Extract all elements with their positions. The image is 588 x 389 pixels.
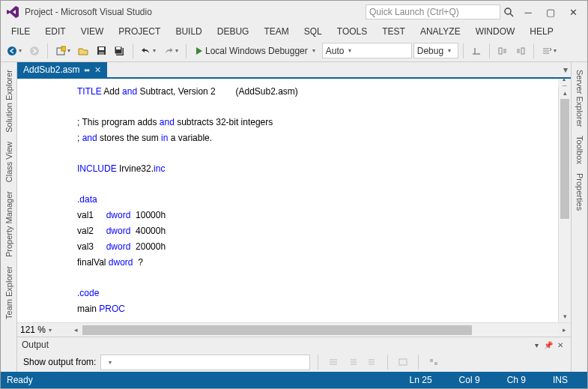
nav-forward-button[interactable] — [26, 43, 43, 59]
svg-line-1 — [510, 13, 513, 16]
output-dropdown-icon[interactable]: ▾ — [530, 341, 542, 349]
tab-class-view[interactable]: Class View — [3, 137, 15, 187]
output-pin-icon[interactable]: 📌 — [542, 341, 554, 349]
zoom-combo[interactable]: 121 % — [17, 325, 70, 335]
scroll-down-icon[interactable]: ▾ — [559, 310, 571, 322]
toolbar-btn-b[interactable] — [494, 43, 511, 59]
tok: inc — [154, 163, 165, 174]
horizontal-scrollbar[interactable] — [82, 324, 558, 337]
svg-rect-14 — [399, 359, 407, 365]
output-icon-3[interactable] — [365, 355, 380, 370]
toolbar-btn-a[interactable] — [468, 43, 485, 59]
tok: TITLE — [77, 86, 102, 97]
code-editor[interactable]: TITLE Add and Subtract, Version 2 (AddSu… — [71, 79, 558, 322]
title-bar: Project - Microsoft Visual Studio Quick … — [1, 1, 587, 23]
output-close-icon[interactable]: ✕ — [554, 341, 566, 349]
svg-rect-5 — [61, 46, 66, 51]
toolbar: Local Windows Debugger Auto Debug — [1, 40, 587, 62]
menu-view[interactable]: VIEW — [73, 24, 112, 39]
quick-launch-input[interactable]: Quick Launch (Ctrl+Q) — [366, 4, 500, 19]
center-pane: AddSub2.asm ⬌ ✕ ▾ TITLE Add and Subtract… — [17, 62, 571, 372]
menu-test[interactable]: TEST — [375, 24, 413, 39]
minimize-button[interactable]: ─ — [517, 4, 539, 20]
tok: stores the sum — [97, 133, 161, 143]
menu-sql[interactable]: SQL — [297, 24, 330, 39]
status-ch: Ch 9 — [494, 375, 539, 385]
hscroll-right-icon[interactable]: ▸ — [558, 326, 571, 334]
output-icon-4[interactable] — [395, 355, 410, 370]
toolbar-btn-d[interactable] — [539, 43, 560, 59]
tok: .data — [77, 194, 97, 205]
svg-rect-11 — [116, 47, 121, 49]
scroll-up-icon[interactable]: ▴ — [559, 86, 571, 99]
tok: dword — [106, 226, 131, 236]
menu-edit[interactable]: EDIT — [37, 24, 73, 39]
tok: Subtract, Version 2 (AddSub2.asm) — [137, 86, 298, 97]
svg-point-3 — [30, 46, 39, 55]
tab-solution-explorer[interactable]: Solution Explorer — [3, 65, 15, 137]
tab-properties[interactable]: Properties — [574, 169, 586, 215]
undo-button[interactable] — [138, 43, 159, 59]
output-icon-1[interactable] — [326, 355, 341, 370]
menu-debug[interactable]: DEBUG — [210, 24, 257, 39]
menu-help[interactable]: HELP — [522, 24, 560, 39]
tok: and — [122, 86, 137, 97]
hscroll-left-icon[interactable]: ◂ — [70, 326, 82, 334]
tab-property-manager[interactable]: Property Manager — [3, 187, 15, 262]
output-icon-5[interactable] — [426, 355, 441, 370]
save-button[interactable] — [93, 43, 109, 59]
svg-rect-13 — [521, 48, 524, 54]
config-value: Debug — [417, 46, 443, 56]
hscroll-thumb[interactable] — [82, 325, 472, 335]
pin-icon[interactable]: ⬌ — [84, 66, 90, 74]
status-bar: Ready Ln 25 Col 9 Ch 9 INS — [1, 372, 587, 388]
menu-analyze[interactable]: ANALYZE — [413, 24, 468, 39]
nav-back-button[interactable] — [4, 43, 25, 59]
close-tab-icon[interactable]: ✕ — [94, 65, 101, 75]
right-tool-strip: Server Explorer Toolbox Properties — [571, 62, 587, 372]
vertical-scrollbar[interactable]: ▴ ▾ — [558, 86, 571, 322]
maximize-button[interactable]: ▢ — [539, 4, 562, 20]
main-area: Solution Explorer Class View Property Ma… — [1, 62, 587, 372]
platform-combo[interactable]: Auto — [322, 43, 412, 58]
save-all-button[interactable] — [111, 43, 128, 59]
document-tab-label: AddSub2.asm — [23, 64, 79, 75]
search-icon[interactable] — [500, 4, 517, 19]
output-header: Output ▾ 📌 ✕ — [17, 337, 571, 352]
output-icon-2[interactable] — [345, 355, 360, 370]
menu-build[interactable]: BUILD — [168, 24, 209, 39]
window-title: Project - Microsoft Visual Studio — [22, 7, 152, 17]
tok: .code — [77, 288, 99, 298]
tok: subtracts 32-bit integers — [175, 117, 273, 127]
document-tab-bar: AddSub2.asm ⬌ ✕ ▾ — [17, 62, 571, 79]
tok: 40000h — [130, 226, 166, 236]
left-tool-strip: Solution Explorer Class View Property Ma… — [1, 62, 17, 372]
open-file-button[interactable] — [75, 43, 91, 59]
document-tab-active[interactable]: AddSub2.asm ⬌ ✕ — [17, 62, 107, 77]
split-view-handle[interactable]: ▴─ — [558, 79, 571, 86]
tok: finalVal — [77, 257, 109, 268]
tok: ; This program adds — [77, 117, 160, 127]
tab-overflow-icon[interactable]: ▾ — [563, 64, 568, 75]
menu-project[interactable]: PROJECT — [111, 24, 168, 39]
svg-point-0 — [505, 8, 511, 14]
tab-toolbox[interactable]: Toolbox — [574, 131, 586, 169]
menu-file[interactable]: FILE — [4, 24, 37, 39]
redo-button[interactable] — [160, 43, 181, 59]
tok: INCLUDE — [77, 163, 117, 174]
start-debug-button[interactable]: Local Windows Debugger — [191, 43, 321, 59]
toolbar-btn-c[interactable] — [512, 43, 529, 59]
menu-tools[interactable]: TOOLS — [330, 24, 375, 39]
menu-team[interactable]: TEAM — [256, 24, 296, 39]
menu-bar: FILE EDIT VIEW PROJECT BUILD DEBUG TEAM … — [1, 23, 587, 40]
scroll-thumb[interactable] — [560, 99, 569, 219]
tok: ? — [133, 257, 143, 268]
new-project-button[interactable] — [52, 43, 73, 59]
tab-server-explorer[interactable]: Server Explorer — [574, 65, 586, 131]
output-source-combo[interactable] — [100, 355, 310, 370]
editor-margin — [17, 79, 71, 322]
menu-window[interactable]: WINDOW — [468, 24, 523, 39]
tab-team-explorer[interactable]: Team Explorer — [3, 262, 15, 324]
config-combo[interactable]: Debug — [413, 43, 458, 58]
close-button[interactable]: ✕ — [562, 4, 584, 20]
